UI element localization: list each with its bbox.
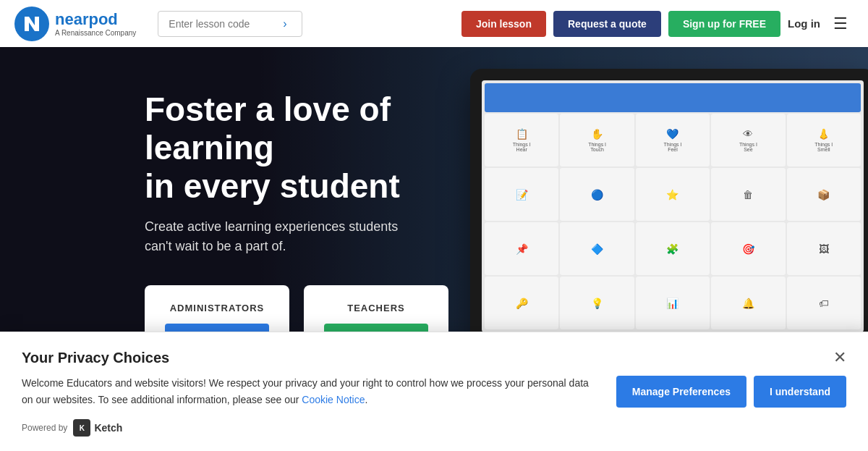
screen-cell-3: 💙 Things IFeel [636,114,710,167]
i-understand-button[interactable]: I understand [754,376,846,408]
screen-cell-19: 🔔 [711,277,785,329]
screen-cell-7: 🔵 [560,168,634,221]
laptop-screen-outer: 📋 Things IHear ✋ Things ITouch 💙 Things … [470,69,868,344]
signup-button[interactable]: Sign up for FREE [668,11,780,37]
screen-cell-13: 🧩 [636,222,710,275]
ketch-icon: K [73,419,90,437]
privacy-banner-body: Welcome Educators and website visitors! … [22,375,846,408]
login-button[interactable]: Log in [788,17,820,30]
screen-cell-12: 🔷 [560,222,634,275]
logo-text-area: nearpod A Renaissance Company [55,10,136,37]
hero-title: Foster a love of learningin every studen… [145,90,506,206]
screen-cell-5: 👃 Things ISmell [787,114,861,167]
screen-header [485,83,861,112]
screen-cell-8: ⭐ [636,168,710,221]
hero-content: Foster a love of learningin every studen… [0,47,506,366]
screen-cell-4: 👁 Things ISee [711,114,785,167]
ketch-name: Ketch [94,422,122,434]
privacy-body-end: . [365,394,367,405]
screen-cell-2: ✋ Things ITouch [560,114,634,167]
screen-cell-14: 🎯 [711,222,785,275]
privacy-banner-footer: Powered by K Ketch [22,419,846,437]
logo-name: nearpod [55,10,136,29]
lesson-code-input[interactable] [169,18,277,30]
join-lesson-button[interactable]: Join lesson [461,11,546,37]
admin-card-title: ADMINISTRATORS [165,303,269,313]
logo-subtitle: A Renaissance Company [55,29,136,37]
powered-by-text: Powered by [22,423,67,433]
cookie-notice-link[interactable]: Cookie Notice [302,394,365,405]
screen-cell-15: 🖼 [787,222,861,275]
screen-cell-10: 📦 [787,168,861,221]
lesson-code-wrapper[interactable]: › [158,11,302,37]
screen-cell-9: 🗑 [711,168,785,221]
hero-subtitle: Create active learning experiences stude… [145,217,506,256]
header: nearpod A Renaissance Company › Join les… [0,0,868,47]
screen-cell-20: 🏷 [787,277,861,329]
laptop-mockup: 📋 Things IHear ✋ Things ITouch 💙 Things … [470,69,868,373]
privacy-banner-text: Welcome Educators and website visitors! … [22,375,602,408]
logo-area: nearpod A Renaissance Company [14,7,136,41]
hamburger-menu-icon[interactable]: ☰ [827,12,854,36]
request-quote-button[interactable]: Request a quote [553,11,661,37]
header-actions: Join lesson Request a quote Sign up for … [461,11,854,37]
privacy-banner: Your Privacy Choices ✕ Welcome Educators… [0,332,868,451]
screen-cell-17: 💡 [560,277,634,329]
laptop-screen-inner: 📋 Things IHear ✋ Things ITouch 💙 Things … [482,80,864,332]
nearpod-logo-icon [14,7,49,41]
privacy-close-button[interactable]: ✕ [833,350,846,366]
privacy-banner-header: Your Privacy Choices ✕ [22,350,846,366]
lesson-code-arrow-icon[interactable]: › [283,17,286,30]
screen-cell-18: 📊 [636,277,710,329]
manage-preferences-button[interactable]: Manage Preferences [616,376,746,408]
privacy-banner-actions: Manage Preferences I understand [616,376,846,408]
teacher-card-title: TEACHERS [324,303,428,313]
privacy-banner-title: Your Privacy Choices [22,350,169,366]
ketch-logo: K Ketch [73,419,122,437]
